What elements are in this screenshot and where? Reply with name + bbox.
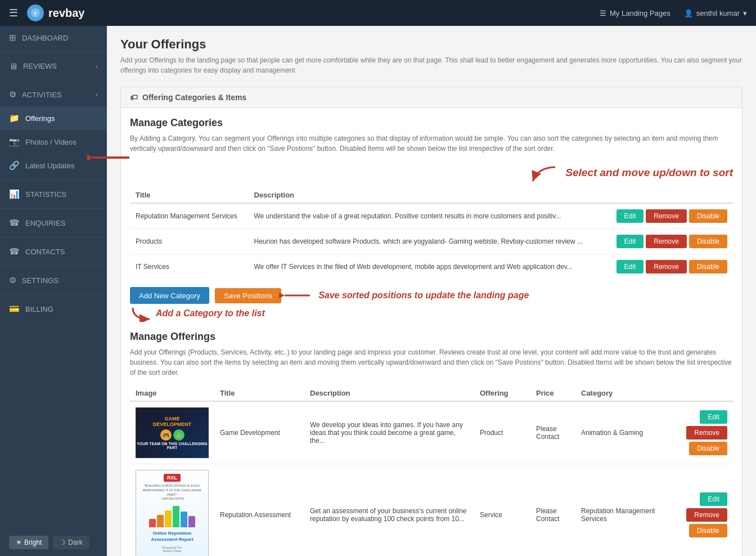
category-desc: We offer IT Services in the filed of Web… xyxy=(249,254,605,280)
edit-category-button[interactable]: Edit xyxy=(616,209,644,223)
col-title: Title xyxy=(130,187,249,203)
edit-offering-button[interactable]: Edit xyxy=(700,492,727,506)
divider xyxy=(0,208,107,209)
category-title: IT Services xyxy=(130,254,249,280)
offerings-icon: 📁 xyxy=(9,113,20,123)
table-row: GAMEDEVELOPMENT 🎮 🕹 YOUR TEAM ON THIS CH… xyxy=(130,401,733,464)
sidebar-item-reviews[interactable]: 🖥 REVIEWS ‹ xyxy=(0,55,107,78)
col-image: Image xyxy=(130,385,214,401)
hamburger-icon[interactable]: ☰ xyxy=(9,7,18,19)
sidebar-item-label: REVIEWS xyxy=(23,62,57,70)
table-row: Reputation Management Services We unders… xyxy=(130,203,733,229)
offerings-table: Image Title Description Offering Price C… xyxy=(130,385,733,556)
sort-arrow-svg xyxy=(516,162,561,184)
sidebar-item-enquiries[interactable]: ☎ ENQUIRIES xyxy=(0,211,107,235)
card-body: Manage Categories By Adding a Category, … xyxy=(121,108,742,556)
divider xyxy=(0,180,107,180)
save-arrow-svg xyxy=(279,287,313,304)
col-description: Description xyxy=(249,187,605,203)
sun-icon: ☀ xyxy=(16,539,22,546)
sidebar-item-label: ENQUIRIES xyxy=(25,219,66,227)
remove-category-button[interactable]: Remove xyxy=(646,235,687,248)
app-logo: r revbay xyxy=(27,5,85,21)
user-icon: 👤 xyxy=(684,9,693,17)
user-menu[interactable]: 👤 senthil kumar ▾ xyxy=(684,9,747,17)
updates-icon: 🔗 xyxy=(9,160,20,171)
theme-switcher: ☀ Bright ☽ Dark xyxy=(0,529,107,556)
sidebar-item-contacts[interactable]: ☎ CONTACTS xyxy=(0,240,107,263)
sidebar-item-billing[interactable]: 💳 BILLING xyxy=(0,297,107,321)
divider xyxy=(0,80,107,80)
category-actions: Add New Category Save Positions xyxy=(130,287,733,322)
category-title: Reputation Management Services xyxy=(130,203,249,229)
col-title: Title xyxy=(214,385,304,401)
remove-offering-button[interactable]: Remove xyxy=(686,426,727,440)
manage-categories-desc: By Adding a Category, You can segment yo… xyxy=(130,133,733,154)
layout: ⊞ DASHBOARD 🖥 REVIEWS ‹ ⚙ ACTIVITIES ‹ 📁… xyxy=(0,26,756,556)
tag-icon: 🏷 xyxy=(130,93,138,102)
chevron-down-icon: ▾ xyxy=(743,9,747,17)
disable-offering-button[interactable]: Disable xyxy=(689,524,727,537)
game-development-image: GAMEDEVELOPMENT 🎮 🕹 YOUR TEAM ON THIS CH… xyxy=(136,407,209,458)
sidebar-item-label: Photos / Videos xyxy=(25,138,76,146)
chevron-icon: ‹ xyxy=(96,63,98,70)
col-offering: Offering xyxy=(474,385,530,401)
add-arrow-svg xyxy=(130,305,152,322)
page-subtitle: Add your Offerings to the landing page s… xyxy=(120,55,742,75)
remove-category-button[interactable]: Remove xyxy=(646,209,687,223)
offering-price: Please Contact xyxy=(530,464,575,557)
sidebar-item-label: CONTACTS xyxy=(25,248,65,256)
manage-categories-title: Manage Categories xyxy=(130,117,733,129)
sidebar-item-photos[interactable]: 📷 Photos / Videos xyxy=(0,130,107,154)
category-title: Products xyxy=(130,229,249,254)
sidebar-item-label: DASHBOARD xyxy=(22,34,68,42)
sidebar-item-activities[interactable]: ⚙ ACTIVITIES ‹ xyxy=(0,83,107,106)
statistics-icon: 📊 xyxy=(9,189,20,199)
disable-offering-button[interactable]: Disable xyxy=(689,442,727,455)
activities-icon: ⚙ xyxy=(9,89,16,100)
sidebar-item-dashboard[interactable]: ⊞ DASHBOARD xyxy=(0,26,107,50)
reputation-assessment-image: RXL "BUILDING A REPUTATION IS EASY,MAINT… xyxy=(136,470,209,556)
disable-category-button[interactable]: Disable xyxy=(689,209,727,223)
contacts-icon: ☎ xyxy=(9,246,20,257)
sidebar-item-statistics[interactable]: 📊 STATISTICS xyxy=(0,182,107,206)
remove-offering-button[interactable]: Remove xyxy=(686,508,727,522)
top-nav-right: ☰ My Landing Pages 👤 senthil kumar ▾ xyxy=(600,9,747,17)
dark-theme-button[interactable]: ☽ Dark xyxy=(53,536,89,549)
bright-theme-button[interactable]: ☀ Bright xyxy=(9,536,48,549)
edit-category-button[interactable]: Edit xyxy=(616,235,644,248)
edit-category-button[interactable]: Edit xyxy=(616,260,644,273)
add-annotation-text: Add a Category to the list xyxy=(156,308,265,319)
manage-offerings-section: Manage Offerings Add your Offerings (Pro… xyxy=(130,331,733,556)
moon-icon: ☽ xyxy=(60,539,66,546)
sidebar-item-settings[interactable]: ⚙ SETTINGS xyxy=(0,268,107,292)
offering-price: Please Contact xyxy=(530,401,575,464)
table-row: RXL "BUILDING A REPUTATION IS EASY,MAINT… xyxy=(130,464,733,557)
offering-title: Reputation Assessment xyxy=(214,464,304,557)
sidebar-item-label: SETTINGS xyxy=(22,276,58,285)
divider xyxy=(0,52,107,52)
col-price: Price xyxy=(530,385,575,401)
edit-offering-button[interactable]: Edit xyxy=(700,410,727,424)
save-annotation-text: Save sorted positions to update the land… xyxy=(318,290,529,301)
top-nav: ☰ r revbay ☰ My Landing Pages 👤 senthil … xyxy=(0,0,756,26)
add-new-category-button[interactable]: Add New Category xyxy=(130,287,209,304)
landing-pages-icon: ☰ xyxy=(600,9,606,17)
sidebar-item-offerings[interactable]: 📁 Offerings xyxy=(0,106,107,130)
col-description: Description xyxy=(304,385,474,401)
disable-category-button[interactable]: Disable xyxy=(689,235,727,248)
sidebar-item-updates[interactable]: 🔗 Latest Updates xyxy=(0,154,107,177)
logo-icon: r xyxy=(27,5,44,21)
landing-pages-link[interactable]: ☰ My Landing Pages xyxy=(600,9,670,17)
dashboard-icon: ⊞ xyxy=(9,33,16,43)
sort-annotation: Select and move up/down to sort xyxy=(130,162,733,184)
sort-annotation-text: Select and move up/down to sort xyxy=(565,167,733,180)
save-positions-button[interactable]: Save Positions xyxy=(215,288,281,303)
manage-offerings-title: Manage Offerings xyxy=(130,331,733,343)
svg-text:r: r xyxy=(34,10,37,16)
offering-image-cell: RXL "BUILDING A REPUTATION IS EASY,MAINT… xyxy=(130,464,214,557)
manage-offerings-desc: Add your Offerings (Products, Services, … xyxy=(130,347,733,378)
remove-category-button[interactable]: Remove xyxy=(646,260,687,273)
photos-icon: 📷 xyxy=(9,137,20,147)
disable-category-button[interactable]: Disable xyxy=(689,260,727,273)
